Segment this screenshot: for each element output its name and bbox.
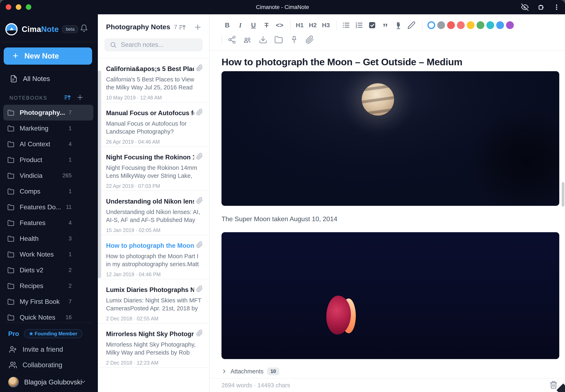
folder-icon <box>7 109 14 116</box>
notebook-label: Work Notes <box>20 251 54 258</box>
pin-button[interactable] <box>288 34 300 46</box>
chevron-right-icon <box>221 369 227 374</box>
blockquote-button[interactable]: ” <box>379 19 391 31</box>
sidebar: CimaNote beta + New Note All Notes NOTEB… <box>0 14 98 392</box>
note-list-item[interactable]: Lumix Diaries Photographs Ni... Lumix Di… <box>98 279 209 323</box>
numbered-list-button[interactable]: 123 <box>353 19 365 31</box>
note-title: California&apos;s 5 Best Place... <box>106 65 194 73</box>
search-input[interactable]: Search notes... <box>104 38 203 51</box>
collaborating-button[interactable]: Collaborating <box>0 357 98 373</box>
invite-a-friend-button[interactable]: Invite a friend <box>0 342 98 357</box>
paperclip-icon <box>196 64 203 72</box>
sidebar-notebook-item[interactable]: Diets v2 2 <box>3 262 93 278</box>
color-swatch[interactable] <box>496 21 504 29</box>
note-title: Lumix Diaries Photographs Ni... <box>106 286 194 294</box>
notebook-count: 11 <box>56 204 72 210</box>
folder-icon <box>7 298 14 305</box>
bold-button[interactable]: B <box>221 19 233 31</box>
editor-toolbar: B I U T <> H1 H2 H3 123 <box>210 14 565 51</box>
sidebar-notebook-item[interactable]: Photography... 7 <box>3 105 93 121</box>
heading1-button[interactable]: H1 <box>294 19 305 31</box>
paperclip-icon <box>196 285 203 293</box>
sidebar-notebook-item[interactable]: Product 1 <box>3 152 93 168</box>
notes-list-scrollbar[interactable] <box>98 70 101 278</box>
sidebar-notebook-item[interactable]: Vindicia 265 <box>3 168 93 183</box>
note-list-item[interactable]: Night Focusing the Rokinon 14... Night F… <box>98 147 209 191</box>
color-swatch[interactable] <box>427 21 435 29</box>
note-date: 15 Jan 2019 · 02:05 AM <box>106 227 202 233</box>
paperclip-icon <box>196 197 203 205</box>
sidebar-notebook-item[interactable]: AI Context 4 <box>3 136 93 152</box>
share-button[interactable] <box>226 34 238 46</box>
notifications-bell-icon[interactable] <box>80 24 88 33</box>
sidebar-notebook-item[interactable]: Features 4 <box>3 215 93 231</box>
sidebar-item-all-notes[interactable]: All Notes <box>0 72 98 86</box>
sidebar-notebook-item[interactable]: Features Do... 11 <box>3 199 93 215</box>
color-swatch[interactable] <box>477 21 484 29</box>
search-placeholder: Search notes... <box>121 41 164 48</box>
notebook-label: Features <box>20 219 45 227</box>
note-list-item[interactable]: Mirrorless Night Sky Photogra... Mirrorl… <box>98 323 209 368</box>
notebook-count: 1 <box>56 251 72 258</box>
add-notebook-icon[interactable] <box>77 94 84 102</box>
toolbar-divider <box>221 35 222 44</box>
color-swatch[interactable] <box>506 21 514 29</box>
new-note-button[interactable]: + New Note <box>4 47 92 65</box>
folder-icon <box>7 125 14 132</box>
heading3-button[interactable]: H3 <box>320 19 332 31</box>
color-swatch[interactable] <box>447 21 455 29</box>
note-list-item[interactable]: How to photograph the Moon ... How to ph… <box>98 235 209 279</box>
checkbox-button[interactable] <box>366 19 378 31</box>
sidebar-notebook-item[interactable]: Marketing 1 <box>3 121 93 136</box>
attach-file-button[interactable] <box>304 34 316 46</box>
sidebar-notebook-item[interactable]: Recipes 2 <box>3 278 93 294</box>
paperclip-icon <box>196 109 203 116</box>
sidebar-notebook-item[interactable]: Health 3 <box>3 231 93 247</box>
extensions-puzzle-icon[interactable] <box>537 3 545 11</box>
user-account-row[interactable]: Blagoja Golubovski <box>0 373 98 392</box>
strikethrough-button[interactable]: T <box>261 19 272 31</box>
sidebar-divider <box>0 42 98 42</box>
editor-content[interactable]: How to photograph the Moon – Get Outside… <box>210 51 565 367</box>
window-title: Cimanote - CimaNote <box>0 0 565 14</box>
color-swatch[interactable] <box>437 21 445 29</box>
notebook-label: Recipes <box>20 282 43 290</box>
note-list-item[interactable]: Understanding old Nikon lens... Understa… <box>98 191 209 235</box>
sort-notebooks-icon[interactable] <box>64 94 71 102</box>
notebook-count: 265 <box>56 172 72 179</box>
heading2-button[interactable]: H2 <box>307 19 319 31</box>
note-list-item[interactable]: California&apos;s 5 Best Place... Califo… <box>98 58 209 102</box>
bullet-list-button[interactable] <box>340 19 352 31</box>
attachments-toggle[interactable]: Attachments 10 <box>221 366 279 377</box>
document-title[interactable]: How to photograph the Moon – Get Outside… <box>221 56 554 68</box>
chevron-down-icon[interactable] <box>80 378 87 386</box>
folder-icon <box>7 204 14 211</box>
pencil-button[interactable] <box>406 19 417 31</box>
italic-button[interactable]: I <box>235 19 246 31</box>
sidebar-notebook-item[interactable]: My First Book 7 <box>3 294 93 309</box>
notebook-count: 2 <box>56 267 72 273</box>
color-swatch[interactable] <box>457 21 465 29</box>
color-swatch[interactable] <box>467 21 475 29</box>
underline-button[interactable]: U <box>248 19 259 31</box>
sort-notes-icon[interactable] <box>178 23 186 32</box>
move-to-folder-button[interactable] <box>273 34 285 46</box>
download-button[interactable] <box>257 34 269 46</box>
note-list-item[interactable]: Manual Focus or Autofocus fo... Manual F… <box>98 102 209 147</box>
sidebar-notebook-item[interactable]: Comps 1 <box>3 183 93 199</box>
code-button[interactable]: <> <box>274 19 285 31</box>
toolbar-divider <box>336 20 337 30</box>
sidebar-notebook-item[interactable]: Work Notes 1 <box>3 247 93 262</box>
add-note-icon[interactable] <box>194 24 202 32</box>
highlighter-button[interactable] <box>393 19 404 31</box>
color-swatch[interactable] <box>486 21 494 29</box>
delete-note-trash-icon[interactable] <box>550 381 558 390</box>
menu-kebab-icon[interactable] <box>553 4 560 11</box>
document-icon <box>10 75 18 83</box>
collaborators-button[interactable] <box>242 34 253 46</box>
folder-icon <box>7 251 14 258</box>
note-title: Manual Focus or Autofocus fo... <box>106 110 194 117</box>
editor-scrollbar[interactable] <box>562 182 565 207</box>
image-caption[interactable]: The Super Moon taken August 10, 2014 <box>221 215 554 223</box>
hide-eye-off-icon[interactable] <box>521 3 529 11</box>
